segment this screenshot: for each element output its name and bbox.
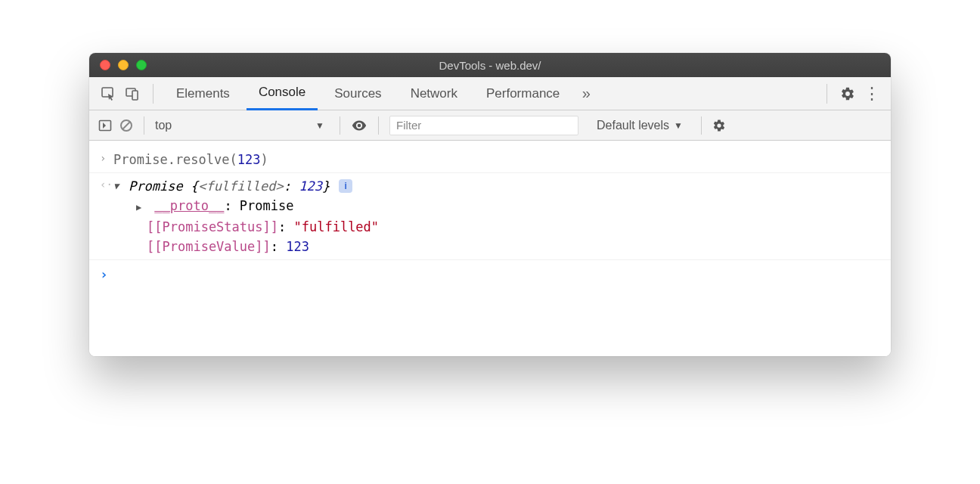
input-caret-icon: › [100, 150, 113, 166]
svg-rect-0 [102, 88, 113, 97]
property-row[interactable]: [[PromiseValue]]: 123 [124, 237, 379, 256]
tab-label: Sources [334, 86, 381, 101]
kebab-menu-icon[interactable]: ⋮ [862, 84, 882, 104]
token: ) [260, 152, 268, 167]
property-key: [[PromiseStatus]] [147, 219, 278, 234]
tab-network[interactable]: Network [399, 77, 470, 110]
value: 123 [299, 178, 322, 194]
inspect-element-icon[interactable] [98, 84, 118, 104]
separator [378, 116, 379, 135]
clear-console-icon[interactable] [119, 119, 133, 132]
property-row[interactable]: [[PromiseStatus]]: "fulfilled" [124, 217, 379, 237]
console-toolbar: top ▼ Default levels ▼ [89, 110, 891, 141]
console-output: › Promise.resolve(123) ‹· ▼ Promise {<fu… [89, 141, 891, 356]
console-input-echo[interactable]: › Promise.resolve(123) [89, 147, 891, 173]
separator [340, 116, 340, 135]
separator [153, 84, 154, 104]
expand-toggle-icon[interactable]: ▶ [136, 197, 147, 217]
svg-line-5 [123, 122, 130, 129]
tab-sources[interactable]: Sources [322, 77, 393, 110]
state-label: <fulfilled> [198, 178, 284, 194]
dropdown-icon: ▼ [315, 120, 324, 131]
tab-label: Console [259, 85, 305, 100]
toggle-sidebar-icon[interactable] [98, 119, 112, 132]
tab-label: Network [411, 86, 457, 101]
tab-console[interactable]: Console [247, 77, 318, 110]
console-result[interactable]: ‹· ▼ Promise {<fulfilled>: 123} i ▶ __pr… [89, 173, 891, 260]
property-key: [[PromiseValue]] [147, 239, 271, 254]
code-line: Promise.resolve(123) [113, 150, 268, 169]
console-settings-gear-icon[interactable] [712, 119, 726, 132]
sep: : [284, 178, 291, 194]
window-title: DevTools - web.dev/ [89, 59, 891, 72]
property-row[interactable]: ▶ __proto__: Promise [113, 196, 379, 217]
prompt-caret-icon: › [100, 266, 108, 282]
property-value: Promise [240, 198, 294, 213]
separator [826, 84, 827, 104]
log-levels-selector[interactable]: Default levels ▼ [597, 119, 683, 132]
device-toolbar-icon[interactable] [122, 84, 142, 104]
svg-rect-2 [132, 91, 138, 100]
more-tabs-icon[interactable]: » [576, 84, 596, 104]
panel-tabs: Elements Console Sources Network Perform… [89, 77, 891, 110]
console-prompt[interactable]: › [89, 260, 891, 288]
titlebar: DevTools - web.dev/ [89, 53, 891, 77]
levels-label: Default levels [597, 119, 669, 132]
separator [701, 116, 702, 135]
token-number: 123 [237, 152, 261, 167]
property-key: __proto__ [154, 198, 224, 213]
context-selector[interactable]: top ▼ [155, 119, 329, 132]
separator [144, 116, 144, 135]
dropdown-icon: ▼ [674, 120, 683, 131]
tab-elements[interactable]: Elements [164, 77, 242, 110]
property-value: 123 [286, 239, 309, 254]
tab-label: Performance [486, 86, 560, 101]
collapse-toggle-icon[interactable]: ▼ [113, 176, 124, 196]
context-label: top [155, 119, 172, 132]
object-type: Promise [129, 178, 183, 194]
devtools-window: DevTools - web.dev/ Elements Console Sou… [89, 53, 891, 356]
tab-label: Elements [176, 86, 230, 101]
info-badge-icon[interactable]: i [339, 179, 352, 193]
property-value: "fulfilled" [293, 219, 379, 234]
token: Promise.resolve( [113, 152, 237, 167]
settings-gear-icon[interactable] [838, 84, 858, 104]
tab-performance[interactable]: Performance [474, 77, 572, 110]
output-caret-icon: ‹· [100, 176, 113, 193]
brace: } [322, 178, 330, 194]
brace: { [191, 178, 198, 194]
live-expression-icon[interactable] [351, 117, 368, 134]
filter-input[interactable] [389, 116, 578, 135]
result-header[interactable]: ▼ Promise {<fulfilled>: 123} i [113, 176, 379, 196]
